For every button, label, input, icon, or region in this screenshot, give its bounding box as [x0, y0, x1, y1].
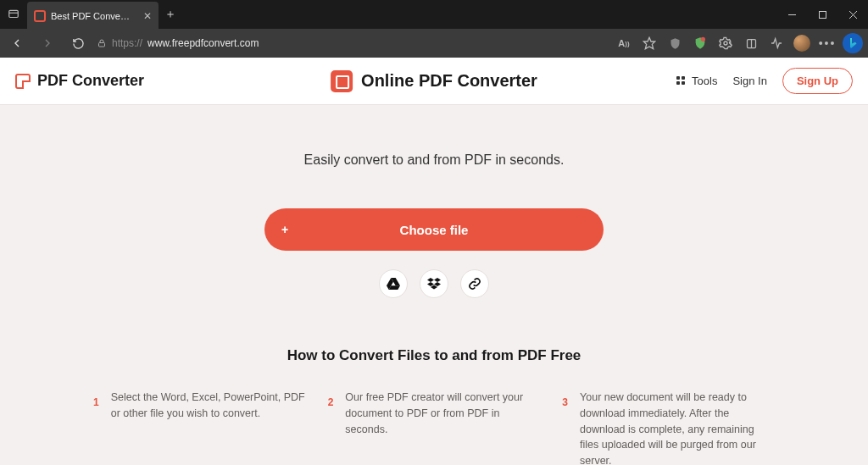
- shield-icon[interactable]: [665, 33, 685, 53]
- window-close-button[interactable]: [837, 0, 868, 29]
- plus-icon: +: [281, 223, 288, 236]
- dropbox-icon: [427, 278, 441, 290]
- more-icon[interactable]: •••: [817, 33, 837, 53]
- link-icon: [468, 277, 481, 291]
- favorite-icon[interactable]: [639, 33, 659, 53]
- url-host: www.freepdfconvert.com: [147, 37, 259, 49]
- svg-rect-3: [819, 11, 826, 18]
- refresh-button[interactable]: [66, 31, 90, 55]
- back-button[interactable]: [5, 31, 29, 55]
- howto-step: 2 Our free PDF creator will convert your…: [328, 390, 541, 465]
- step-number: 3: [562, 396, 568, 465]
- tools-label: Tools: [692, 75, 717, 87]
- brand-logo-icon: [15, 74, 31, 89]
- tab-favicon: [34, 10, 46, 22]
- read-aloud-icon[interactable]: A)): [614, 33, 634, 53]
- url-scheme: https://: [112, 37, 142, 49]
- window-minimize-button[interactable]: [776, 0, 807, 29]
- step-number: 2: [328, 396, 334, 465]
- tools-menu[interactable]: Tools: [676, 75, 717, 87]
- page-content: Easily convert to and from PDF in second…: [0, 105, 868, 465]
- apps-grid-icon: [676, 76, 687, 86]
- page-title: Online PDF Converter: [361, 71, 537, 91]
- page-logo-icon: [331, 70, 353, 92]
- forward-button: [36, 31, 59, 55]
- svg-marker-15: [427, 278, 434, 282]
- profile-avatar[interactable]: [792, 33, 812, 53]
- window-maximize-button[interactable]: [807, 0, 837, 29]
- howto-step: 1 Select the Word, Excel, PowerPoint, PD…: [93, 390, 306, 465]
- tab-close-icon[interactable]: ✕: [143, 10, 152, 22]
- url-button[interactable]: [460, 269, 489, 298]
- choose-file-label: Choose file: [400, 223, 469, 237]
- file-source-row: [0, 269, 868, 298]
- brand-text: PDF Converter: [37, 72, 144, 90]
- new-tab-button[interactable]: ＋: [159, 7, 182, 22]
- browser-addressbar: https://www.freepdfconvert.com A)) •••: [0, 29, 868, 58]
- signup-button[interactable]: Sign Up: [782, 68, 853, 94]
- svg-rect-0: [9, 10, 19, 17]
- svg-marker-17: [427, 282, 434, 286]
- site-header: PDF Converter Online PDF Converter Tools…: [0, 58, 868, 105]
- bing-chat-icon[interactable]: [843, 33, 863, 53]
- browser-tab-active[interactable]: Best PDF Converter: Create, Convert ✕: [27, 2, 159, 30]
- lock-icon: [97, 38, 107, 48]
- step-text: Our free PDF creator will convert your d…: [345, 390, 540, 465]
- google-drive-button[interactable]: [379, 269, 408, 298]
- url-field[interactable]: https://www.freepdfconvert.com: [97, 37, 264, 49]
- svg-marker-19: [431, 285, 437, 290]
- performance-icon[interactable]: [766, 33, 787, 53]
- svg-point-9: [724, 42, 727, 45]
- collections-icon[interactable]: [741, 33, 761, 53]
- google-drive-icon: [387, 278, 400, 290]
- choose-file-button[interactable]: + Choose file: [264, 208, 604, 251]
- step-number: 1: [93, 396, 99, 465]
- extension-shield-icon[interactable]: [690, 33, 710, 53]
- dropbox-button[interactable]: [420, 269, 448, 298]
- howto-heading: How to Convert Files to and from PDF Fre…: [0, 347, 868, 364]
- svg-marker-7: [643, 37, 654, 48]
- page-title-group: Online PDF Converter: [331, 70, 537, 92]
- step-text: Select the Word, Excel, PowerPoint, PDF …: [111, 390, 306, 465]
- howto-step: 3 Your new document will be ready to dow…: [562, 390, 775, 465]
- svg-rect-6: [99, 43, 105, 47]
- brand-link[interactable]: PDF Converter: [15, 72, 144, 90]
- signin-link[interactable]: Sign In: [732, 75, 766, 87]
- tab-title: Best PDF Converter: Create, Convert: [51, 11, 131, 21]
- svg-marker-18: [434, 282, 441, 286]
- tagline: Easily convert to and from PDF in second…: [0, 152, 868, 168]
- settings-icon[interactable]: [715, 33, 736, 53]
- svg-marker-16: [434, 278, 441, 282]
- howto-section: How to Convert Files to and from PDF Fre…: [0, 347, 868, 465]
- tab-actions-icon[interactable]: [0, 8, 27, 20]
- step-text: Your new document will be ready to downl…: [580, 390, 775, 465]
- svg-point-8: [701, 37, 705, 42]
- window-titlebar: Best PDF Converter: Create, Convert ✕ ＋: [0, 0, 868, 29]
